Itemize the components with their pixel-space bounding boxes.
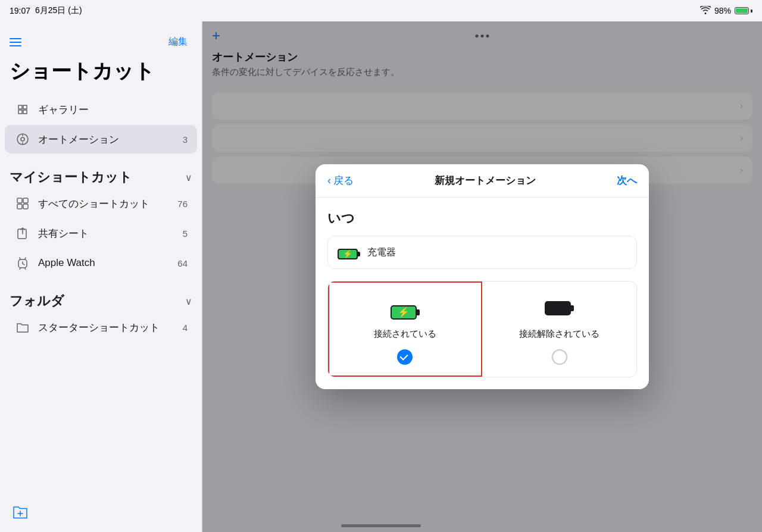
folders-title: フォルダ (10, 292, 64, 310)
all-shortcuts-icon (14, 195, 31, 212)
all-shortcuts-label: すべてのショートカット (38, 197, 170, 211)
my-shortcuts-chevron[interactable]: ∨ (185, 172, 192, 183)
disconnected-label: 接続解除されている (519, 328, 599, 340)
status-bar: 19:07 6月25日 (土) 98% (0, 0, 762, 21)
svg-point-1 (21, 137, 24, 141)
sidebar-bottom (0, 492, 202, 532)
connected-label: 接続されている (374, 328, 436, 340)
apple-watch-badge: 64 (177, 258, 188, 268)
svg-line-15 (23, 264, 24, 265)
sidebar-item-apple-watch[interactable]: Apple Watch 64 (5, 249, 197, 277)
gallery-icon (14, 101, 31, 118)
svg-rect-7 (23, 204, 28, 209)
main-content: + オートメーション オートメーション 条件の変化に対してデバイスを反応させます… (202, 21, 762, 532)
battery-indicator (735, 7, 752, 14)
sidebar-item-automation[interactable]: オートメーション 3 (5, 125, 197, 154)
status-bar-left: 19:07 6月25日 (土) (10, 5, 82, 16)
battery-percentage: 98% (714, 6, 731, 15)
svg-line-10 (20, 258, 20, 259)
app-layout: 編集 ショートカット ギャラリー オートメーション 3 (0, 21, 762, 532)
modal-overlay: ‹ 戻る 新規オートメーション 次へ いつ ⚡ (202, 21, 762, 532)
svg-line-12 (20, 268, 20, 270)
status-bar-right: 98% (700, 6, 752, 16)
svg-line-13 (25, 268, 26, 270)
sidebar-toggle-button[interactable] (10, 34, 26, 51)
sidebar-header: 編集 (0, 29, 202, 53)
sidebar-item-shared[interactable]: 共有シート 5 (5, 219, 197, 248)
my-shortcuts-section-header: マイショートカット ∨ (0, 159, 202, 189)
modal-back-button[interactable]: ‹ 戻る (327, 174, 354, 187)
automation-badge: 3 (183, 134, 188, 145)
status-date: 6月25日 (土) (35, 5, 82, 16)
charger-label: 充電器 (367, 246, 396, 259)
gallery-label: ギャラリー (38, 103, 188, 117)
modal-section-label: いつ (327, 209, 637, 227)
folders-section-header: フォルダ ∨ (0, 283, 202, 312)
sidebar-item-gallery[interactable]: ギャラリー (5, 95, 197, 124)
apple-watch-label: Apple Watch (38, 257, 170, 269)
option-disconnected[interactable]: 接続解除されている (482, 281, 636, 377)
wifi-icon (700, 6, 711, 16)
automation-icon (14, 131, 31, 148)
starter-label: スターターショートカット (38, 321, 176, 334)
folder-icon (14, 319, 31, 336)
svg-line-11 (25, 258, 26, 259)
add-folder-button[interactable] (10, 501, 31, 522)
shared-badge: 5 (183, 229, 188, 239)
svg-rect-4 (17, 198, 22, 203)
modal-header: ‹ 戻る 新規オートメーション 次へ (316, 164, 649, 198)
back-chevron-icon: ‹ (327, 174, 331, 187)
folders-chevron[interactable]: ∨ (185, 296, 192, 307)
charger-icon: ⚡ (338, 245, 360, 260)
sidebar-item-all-shortcuts[interactable]: すべてのショートカット 76 (5, 189, 197, 218)
svg-rect-6 (17, 204, 22, 209)
connected-battery-icon: ⚡ (391, 298, 420, 320)
edit-button[interactable]: 編集 (164, 33, 192, 51)
modal-title: 新規オートメーション (435, 174, 536, 187)
sidebar-title: ショートカット (0, 53, 202, 95)
modal-body: いつ ⚡ 充電器 (316, 198, 649, 389)
sidebar-item-starter[interactable]: スターターショートカット 4 (5, 313, 197, 342)
option-connected[interactable]: ⚡ 接続されている (328, 281, 482, 377)
shared-label: 共有シート (38, 227, 176, 240)
sidebar: 編集 ショートカット ギャラリー オートメーション 3 (0, 21, 202, 532)
shared-icon (14, 225, 31, 242)
status-time: 19:07 (10, 6, 30, 15)
automation-label: オートメーション (38, 133, 176, 146)
modal-dialog: ‹ 戻る 新規オートメーション 次へ いつ ⚡ (316, 164, 649, 389)
my-shortcuts-title: マイショートカット (10, 168, 132, 186)
disconnected-radio[interactable] (552, 349, 567, 365)
apple-watch-icon (14, 255, 31, 271)
charger-item[interactable]: ⚡ 充電器 (327, 236, 637, 269)
disconnected-battery-icon (545, 298, 574, 320)
modal-next-button[interactable]: 次へ (617, 174, 637, 187)
svg-rect-8 (18, 229, 26, 239)
all-shortcuts-badge: 76 (177, 199, 188, 209)
starter-badge: 4 (183, 323, 188, 333)
connected-radio[interactable] (397, 349, 413, 365)
modal-back-label: 戻る (333, 174, 354, 187)
svg-rect-5 (23, 198, 28, 203)
options-grid: ⚡ 接続されている (327, 281, 637, 377)
